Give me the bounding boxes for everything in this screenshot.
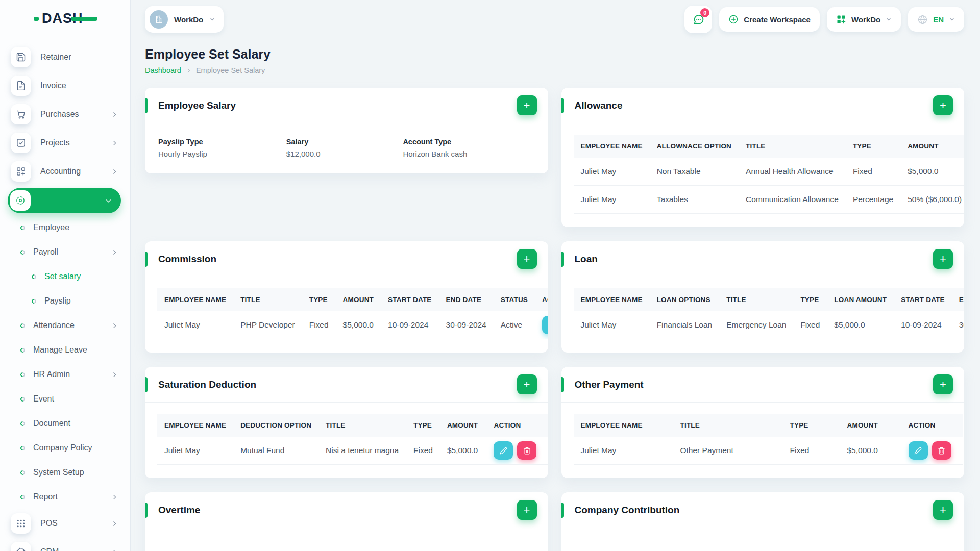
commission-table: EMPLOYEE NAMETITLETYPEAMOUNTSTART DATEEN…: [157, 288, 548, 339]
card-commission: Commission + EMPLOYEE NAMETITLETYPEAMOUN…: [145, 241, 548, 353]
sidebar-item-set-salary[interactable]: Set salary: [0, 264, 130, 289]
sidebar-item-purchases[interactable]: Purchases: [0, 100, 130, 129]
column-header: ACTION: [535, 288, 548, 311]
sidebar-item-label: Attendance: [33, 321, 75, 330]
add-commission-button[interactable]: +: [517, 249, 537, 269]
chevron-right-icon: [111, 168, 118, 175]
sidebar-item-document[interactable]: Document: [0, 411, 130, 436]
table-header-row: EMPLOYEE NAMETITLETYPEAMOUNTSTART DATEEN…: [157, 288, 548, 311]
field-salary: Salary $12,000.0: [286, 138, 403, 158]
column-header: EMPLOYEE NAME: [574, 288, 650, 311]
sidebar-item-employee[interactable]: Employee: [0, 215, 130, 240]
edit-button[interactable]: [909, 441, 928, 460]
card-title: Commission: [158, 254, 216, 265]
sidebar-item-company-policy[interactable]: Company Policy: [0, 436, 130, 460]
column-header: TITLE: [233, 288, 302, 311]
card-company-contribution: Company Contribution +: [561, 492, 965, 551]
workspace-selector[interactable]: WorkDo: [145, 6, 224, 33]
edit-button[interactable]: [494, 441, 513, 460]
sidebar-item-label: Invoice: [40, 81, 66, 90]
other-payment-table: EMPLOYEE NAMETITLETYPEAMOUNTACTIONJuliet…: [574, 414, 963, 465]
sidebar-nav: RetainerInvoicePurchasesProjectsAccounti…: [0, 40, 130, 551]
column-header: START DATE: [894, 288, 952, 311]
breadcrumb-dashboard-link[interactable]: Dashboard: [145, 66, 181, 74]
sidebar-item-accounting[interactable]: Accounting: [0, 157, 130, 186]
pos-dots-icon: [11, 513, 31, 534]
table-header-row: EMPLOYEE NAMETITLETYPEAMOUNTACTION: [574, 414, 963, 437]
column-header: TYPE: [793, 288, 827, 311]
crm-icon: [11, 542, 31, 551]
column-header: TITLE: [739, 135, 846, 158]
table-row: Juliet MayPHP DeveloperFixed$5,000.010-0…: [157, 311, 548, 339]
sidebar-item-label: Retainer: [40, 53, 71, 62]
add-loan-button[interactable]: +: [933, 249, 953, 269]
sidebar-item-payslip[interactable]: Payslip: [0, 289, 130, 313]
sidebar-item-invoice[interactable]: Invoice: [0, 71, 130, 100]
sidebar-item-label: Accounting: [40, 167, 81, 176]
language-selector[interactable]: EN: [908, 7, 964, 32]
sidebar-item-label: Purchases: [40, 110, 79, 119]
column-header: TYPE: [846, 135, 900, 158]
sidebar-item-projects[interactable]: Projects: [0, 129, 130, 157]
messages-button[interactable]: 0: [684, 6, 712, 33]
chevron-right-icon: [111, 371, 118, 378]
add-other-payment-button[interactable]: +: [933, 374, 953, 394]
column-header: AMOUNT: [440, 414, 487, 437]
sidebar-item-label: Projects: [40, 138, 70, 147]
sidebar-item-label: Set salary: [44, 272, 81, 281]
chevron-right-icon: [111, 520, 118, 527]
chevron-down-icon: [209, 16, 215, 22]
chevron-right-icon: [186, 68, 191, 73]
sidebar-item-system-setup[interactable]: System Setup: [0, 460, 130, 485]
column-header: ACTION: [486, 414, 548, 437]
add-saturation-deduction-button[interactable]: +: [517, 374, 537, 394]
bullet-icon: [19, 469, 26, 476]
sidebar-item-hr-admin[interactable]: HR Admin: [0, 362, 130, 387]
bullet-icon: [19, 249, 26, 256]
create-workspace-button[interactable]: Create Workspace: [719, 7, 820, 32]
table-cell: 30-09-2024: [952, 311, 964, 339]
add-employee-salary-button[interactable]: +: [517, 95, 537, 115]
sidebar-item-crm[interactable]: CRM: [0, 538, 130, 551]
chevron-down-icon: [886, 16, 892, 22]
cards-grid: Employee Salary + Payslip Type Hourly Pa…: [145, 88, 964, 551]
card-title: Overtime: [158, 505, 200, 516]
chevron-right-icon: [111, 140, 118, 146]
add-overtime-button[interactable]: +: [517, 500, 537, 520]
sidebar-item-pos[interactable]: POS: [0, 509, 130, 538]
sidebar-item-retainer[interactable]: Retainer: [0, 43, 130, 71]
loan-table: EMPLOYEE NAMELOAN OPTIONSTITLETYPELOAN A…: [574, 288, 965, 339]
app-switcher-button[interactable]: WorkDo: [827, 7, 901, 32]
card-saturation-deduction: Saturation Deduction + EMPLOYEE NAMEDEDU…: [145, 367, 548, 478]
sidebar-item-report[interactable]: Report: [0, 485, 130, 509]
table-cell: Emergency Loan: [719, 311, 793, 339]
column-header: START DATE: [381, 288, 439, 311]
sidebar-item-event[interactable]: Event: [0, 387, 130, 411]
column-header: END DATE: [952, 288, 964, 311]
language-label: EN: [933, 15, 944, 24]
table-row: Juliet MayMutual FundNisi a tenetur magn…: [157, 437, 548, 465]
invoice-icon: [11, 76, 31, 96]
sidebar-item-payroll[interactable]: Payroll: [0, 240, 130, 264]
plus-circle-icon: [728, 14, 739, 24]
table-cell: Communication Allowance: [739, 186, 846, 214]
sidebar-item-hrm[interactable]: HRM: [8, 188, 121, 213]
sidebar-item-label: CRM: [40, 547, 59, 551]
delete-button[interactable]: [932, 441, 951, 460]
column-header: ACTION: [901, 414, 963, 437]
add-allowance-button[interactable]: +: [933, 95, 953, 115]
edit-button[interactable]: [542, 316, 548, 334]
table-header-row: EMPLOYEE NAMEDEDUCTION OPTIONTITLETYPEAM…: [157, 414, 548, 437]
allowance-table: EMPLOYEE NAMEALLOWNACE OPTIONTITLETYPEAM…: [574, 135, 965, 214]
app-switcher-label: WorkDo: [851, 15, 880, 24]
sidebar-item-attendance[interactable]: Attendance: [0, 313, 130, 338]
sidebar-item-label: Company Policy: [33, 443, 92, 453]
table-cell: Annual Health Allowance: [739, 158, 846, 186]
table-cell: $5,000.0: [336, 311, 381, 339]
table-row: Juliet MayNon TaxableAnnual Health Allow…: [574, 158, 965, 186]
sidebar-item-label: POS: [40, 519, 58, 528]
delete-button[interactable]: [517, 441, 536, 460]
trash-icon: [523, 447, 531, 455]
add-company-contribution-button[interactable]: +: [933, 500, 953, 520]
sidebar-item-manage-leave[interactable]: Manage Leave: [0, 338, 130, 362]
